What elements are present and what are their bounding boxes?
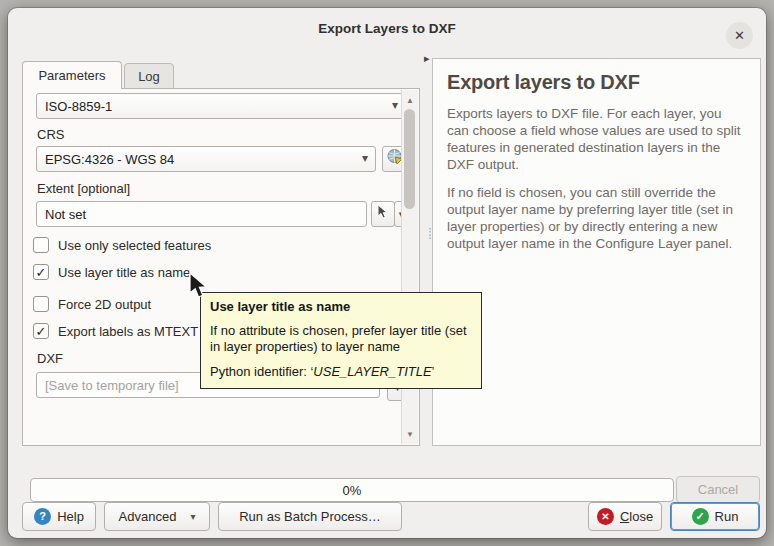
checkbox-label: Export labels as MTEXT	[58, 324, 198, 339]
splitter-handle[interactable]: ⁞	[428, 226, 432, 242]
tab-log-label: Log	[138, 69, 160, 84]
close-label: Close	[620, 509, 653, 524]
dialog-title: Export Layers to DXF	[8, 21, 766, 36]
map-select-cursor-icon	[376, 204, 390, 224]
run-as-batch-button[interactable]: Run as Batch Process…	[218, 502, 402, 531]
tab-parameters-label: Parameters	[38, 68, 105, 83]
close-button[interactable]: ✕ Close	[588, 502, 662, 531]
checkbox-use-selected-features[interactable]: ✓ Use only selected features	[33, 237, 211, 253]
chevron-down-icon: ▾	[362, 151, 368, 165]
checkbox-label: Use only selected features	[58, 238, 211, 253]
help-label: Help	[57, 509, 84, 524]
export-layers-dialog: Export Layers to DXF ✕ Parameters Log ▸ …	[8, 8, 766, 538]
close-icon: ✕	[734, 28, 745, 43]
scroll-down-icon[interactable]: ▼	[402, 426, 418, 442]
checkbox-use-layer-title[interactable]: ✓ Use layer title as name	[33, 264, 190, 280]
help-title: Export layers to DXF	[447, 71, 746, 94]
checkbox-force-2d[interactable]: ✓ Force 2D output	[33, 296, 151, 312]
window-close-button[interactable]: ✕	[726, 22, 753, 49]
run-label: Run	[715, 509, 739, 524]
help-button[interactable]: ? Help	[22, 502, 96, 531]
scrollbar-thumb[interactable]	[404, 109, 415, 209]
chevron-down-icon: ▾	[190, 511, 195, 522]
run-button[interactable]: ✓ Run	[670, 502, 760, 531]
tooltip-use-layer-title: Use layer title as name If no attribute …	[200, 292, 482, 389]
checkbox-box: ✓	[33, 237, 49, 253]
advanced-button[interactable]: Advanced ▾	[104, 502, 210, 531]
extent-input-wrap	[36, 201, 367, 227]
help-paragraph: If no field is chosen, you can still ove…	[447, 184, 747, 252]
tooltip-python-identifier: Python identifier: ‘USE_LAYER_TITLE’	[210, 364, 472, 379]
crs-label: CRS	[37, 127, 64, 142]
scroll-up-icon[interactable]: ▲	[402, 92, 418, 108]
encoding-value: ISO-8859-1	[45, 99, 112, 114]
encoding-combobox[interactable]: ISO-8859-1 ▾	[36, 93, 406, 119]
mouse-cursor	[187, 272, 209, 306]
check-icon: ✓	[36, 325, 47, 338]
check-icon: ✓	[36, 266, 47, 279]
checkbox-label: Force 2D output	[58, 297, 151, 312]
splitter-collapse-icon[interactable]: ▸	[424, 52, 430, 65]
progress-value: 0%	[343, 483, 362, 498]
checkbox-box: ✓	[33, 323, 49, 339]
draw-extent-button[interactable]	[371, 201, 395, 227]
tooltip-body: If no attribute is chosen, prefer layer …	[210, 323, 472, 355]
tab-log[interactable]: Log	[124, 63, 174, 89]
scrollbar-vertical[interactable]: ▲ ▼	[401, 90, 418, 444]
cancel-label: Cancel	[698, 482, 738, 497]
dxf-label: DXF	[37, 351, 63, 366]
crs-combobox[interactable]: EPSG:4326 - WGS 84 ▾	[36, 146, 376, 172]
cancel-button[interactable]: Cancel	[676, 476, 760, 503]
checkbox-export-mtext[interactable]: ✓ Export labels as MTEXT	[33, 323, 198, 339]
advanced-label: Advanced	[119, 509, 177, 524]
run-icon: ✓	[692, 508, 709, 525]
run-as-batch-label: Run as Batch Process…	[239, 509, 381, 524]
titlebar[interactable]: Export Layers to DXF ✕	[8, 8, 766, 50]
extent-input[interactable]	[45, 207, 358, 222]
chevron-down-icon: ▾	[392, 98, 398, 112]
close-icon: ✕	[597, 508, 614, 525]
checkbox-box: ✓	[33, 296, 49, 312]
parameters-panel: ISO-8859-1 ▾ CRS EPSG:4326 - WGS 84 ▾	[22, 88, 420, 446]
checkbox-label: Use layer title as name	[58, 265, 190, 280]
checkbox-box: ✓	[33, 264, 49, 280]
tooltip-title: Use layer title as name	[210, 299, 472, 314]
screen: Export Layers to DXF ✕ Parameters Log ▸ …	[0, 0, 774, 546]
help-paragraph: Exports layers to DXF file. For each lay…	[447, 105, 747, 173]
extent-label: Extent [optional]	[37, 181, 130, 196]
help-icon: ?	[34, 508, 51, 525]
progress-bar: 0%	[30, 478, 674, 502]
crs-value: EPSG:4326 - WGS 84	[45, 152, 174, 167]
tab-parameters[interactable]: Parameters	[22, 61, 122, 89]
